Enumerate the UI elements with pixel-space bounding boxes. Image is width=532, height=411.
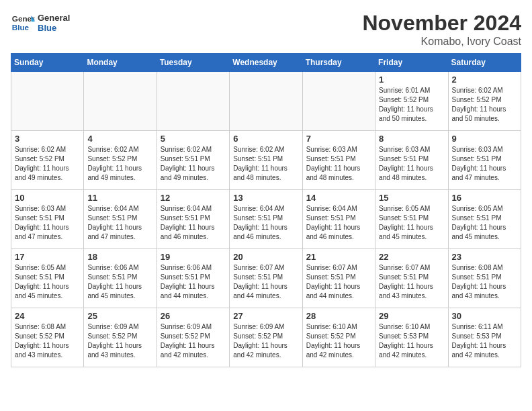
day-info: Sunrise: 6:10 AMSunset: 5:53 PMDaylight:… xyxy=(379,322,444,360)
day-number: 22 xyxy=(379,252,444,262)
day-info: Sunrise: 6:03 AMSunset: 5:51 PMDaylight:… xyxy=(379,145,444,183)
day-number: 8 xyxy=(379,134,444,144)
day-number: 13 xyxy=(233,193,298,203)
calendar-cell: 17Sunrise: 6:05 AMSunset: 5:51 PMDayligh… xyxy=(11,249,84,308)
logo-general: General xyxy=(38,13,70,23)
day-number: 5 xyxy=(161,134,226,144)
day-number: 29 xyxy=(379,311,444,321)
calendar-cell: 11Sunrise: 6:04 AMSunset: 5:51 PMDayligh… xyxy=(84,190,157,249)
day-number: 30 xyxy=(452,311,517,321)
day-number: 24 xyxy=(15,311,80,321)
calendar-cell: 16Sunrise: 6:05 AMSunset: 5:51 PMDayligh… xyxy=(448,190,521,249)
calendar-cell: 20Sunrise: 6:07 AMSunset: 5:51 PMDayligh… xyxy=(230,249,302,308)
logo: General Blue General Blue xyxy=(11,11,70,35)
day-number: 1 xyxy=(379,75,444,85)
day-number: 20 xyxy=(233,252,298,262)
day-info: Sunrise: 6:04 AMSunset: 5:51 PMDaylight:… xyxy=(161,204,226,242)
day-number: 16 xyxy=(452,193,517,203)
day-number: 18 xyxy=(87,252,152,262)
day-number: 10 xyxy=(15,193,80,203)
calendar-cell xyxy=(302,72,375,131)
day-number: 27 xyxy=(233,311,298,321)
day-number: 4 xyxy=(87,134,152,144)
day-info: Sunrise: 6:09 AMSunset: 5:52 PMDaylight:… xyxy=(161,322,226,360)
page-header: General Blue General Blue November 2024 … xyxy=(11,11,521,48)
day-info: Sunrise: 6:11 AMSunset: 5:53 PMDaylight:… xyxy=(452,322,517,360)
calendar-cell xyxy=(84,72,157,131)
day-info: Sunrise: 6:07 AMSunset: 5:51 PMDaylight:… xyxy=(306,263,371,301)
calendar-cell: 1Sunrise: 6:01 AMSunset: 5:52 PMDaylight… xyxy=(375,72,448,131)
weekday-header: Saturday xyxy=(448,54,521,72)
calendar-cell: 27Sunrise: 6:09 AMSunset: 5:52 PMDayligh… xyxy=(230,308,302,367)
calendar-week-row: 1Sunrise: 6:01 AMSunset: 5:52 PMDaylight… xyxy=(11,72,521,131)
day-number: 26 xyxy=(161,311,226,321)
calendar-cell: 29Sunrise: 6:10 AMSunset: 5:53 PMDayligh… xyxy=(375,308,448,367)
calendar-cell: 8Sunrise: 6:03 AMSunset: 5:51 PMDaylight… xyxy=(375,131,448,190)
calendar-cell: 26Sunrise: 6:09 AMSunset: 5:52 PMDayligh… xyxy=(157,308,229,367)
day-info: Sunrise: 6:09 AMSunset: 5:52 PMDaylight:… xyxy=(87,322,152,360)
day-number: 9 xyxy=(452,134,517,144)
calendar-cell: 4Sunrise: 6:02 AMSunset: 5:52 PMDaylight… xyxy=(84,131,157,190)
calendar-cell: 7Sunrise: 6:03 AMSunset: 5:51 PMDaylight… xyxy=(302,131,375,190)
day-number: 25 xyxy=(87,311,152,321)
calendar-week-row: 17Sunrise: 6:05 AMSunset: 5:51 PMDayligh… xyxy=(11,249,521,308)
calendar-cell: 25Sunrise: 6:09 AMSunset: 5:52 PMDayligh… xyxy=(84,308,157,367)
day-info: Sunrise: 6:07 AMSunset: 5:51 PMDaylight:… xyxy=(233,263,298,301)
weekday-header-row: SundayMondayTuesdayWednesdayThursdayFrid… xyxy=(11,54,521,72)
day-info: Sunrise: 6:08 AMSunset: 5:51 PMDaylight:… xyxy=(452,263,517,301)
day-info: Sunrise: 6:08 AMSunset: 5:52 PMDaylight:… xyxy=(15,322,80,360)
weekday-header: Wednesday xyxy=(230,54,302,72)
calendar-week-row: 10Sunrise: 6:03 AMSunset: 5:51 PMDayligh… xyxy=(11,190,521,249)
logo-blue: Blue xyxy=(38,23,70,33)
day-number: 23 xyxy=(452,252,517,262)
day-info: Sunrise: 6:02 AMSunset: 5:51 PMDaylight:… xyxy=(161,145,226,183)
day-info: Sunrise: 6:07 AMSunset: 5:51 PMDaylight:… xyxy=(379,263,444,301)
day-info: Sunrise: 6:09 AMSunset: 5:52 PMDaylight:… xyxy=(233,322,298,360)
day-info: Sunrise: 6:04 AMSunset: 5:51 PMDaylight:… xyxy=(233,204,298,242)
day-number: 15 xyxy=(379,193,444,203)
day-info: Sunrise: 6:10 AMSunset: 5:52 PMDaylight:… xyxy=(306,322,371,360)
day-number: 17 xyxy=(15,252,80,262)
calendar-cell: 28Sunrise: 6:10 AMSunset: 5:52 PMDayligh… xyxy=(302,308,375,367)
day-info: Sunrise: 6:03 AMSunset: 5:51 PMDaylight:… xyxy=(15,204,80,242)
calendar-table: SundayMondayTuesdayWednesdayThursdayFrid… xyxy=(11,53,521,367)
calendar-cell: 6Sunrise: 6:02 AMSunset: 5:51 PMDaylight… xyxy=(230,131,302,190)
day-number: 11 xyxy=(87,193,152,203)
day-info: Sunrise: 6:05 AMSunset: 5:51 PMDaylight:… xyxy=(379,204,444,242)
calendar-cell: 23Sunrise: 6:08 AMSunset: 5:51 PMDayligh… xyxy=(448,249,521,308)
calendar-cell: 24Sunrise: 6:08 AMSunset: 5:52 PMDayligh… xyxy=(11,308,84,367)
calendar-cell: 22Sunrise: 6:07 AMSunset: 5:51 PMDayligh… xyxy=(375,249,448,308)
calendar-cell: 3Sunrise: 6:02 AMSunset: 5:52 PMDaylight… xyxy=(11,131,84,190)
logo-icon: General Blue xyxy=(11,11,35,35)
calendar-cell: 30Sunrise: 6:11 AMSunset: 5:53 PMDayligh… xyxy=(448,308,521,367)
day-number: 19 xyxy=(161,252,226,262)
day-info: Sunrise: 6:06 AMSunset: 5:51 PMDaylight:… xyxy=(161,263,226,301)
calendar-week-row: 3Sunrise: 6:02 AMSunset: 5:52 PMDaylight… xyxy=(11,131,521,190)
day-info: Sunrise: 6:06 AMSunset: 5:51 PMDaylight:… xyxy=(87,263,152,301)
calendar-cell xyxy=(230,72,302,131)
calendar-cell: 15Sunrise: 6:05 AMSunset: 5:51 PMDayligh… xyxy=(375,190,448,249)
calendar-cell: 10Sunrise: 6:03 AMSunset: 5:51 PMDayligh… xyxy=(11,190,84,249)
day-info: Sunrise: 6:04 AMSunset: 5:51 PMDaylight:… xyxy=(306,204,371,242)
weekday-header: Monday xyxy=(84,54,157,72)
day-number: 7 xyxy=(306,134,371,144)
day-info: Sunrise: 6:01 AMSunset: 5:52 PMDaylight:… xyxy=(379,86,444,124)
weekday-header: Friday xyxy=(375,54,448,72)
weekday-header: Sunday xyxy=(11,54,84,72)
calendar-cell: 5Sunrise: 6:02 AMSunset: 5:51 PMDaylight… xyxy=(157,131,229,190)
day-number: 14 xyxy=(306,193,371,203)
calendar-cell: 19Sunrise: 6:06 AMSunset: 5:51 PMDayligh… xyxy=(157,249,229,308)
day-number: 2 xyxy=(452,75,517,85)
day-info: Sunrise: 6:02 AMSunset: 5:52 PMDaylight:… xyxy=(452,86,517,124)
calendar-cell: 18Sunrise: 6:06 AMSunset: 5:51 PMDayligh… xyxy=(84,249,157,308)
day-number: 6 xyxy=(233,134,298,144)
calendar-cell: 14Sunrise: 6:04 AMSunset: 5:51 PMDayligh… xyxy=(302,190,375,249)
calendar-cell xyxy=(11,72,84,131)
title-block: November 2024 Komabo, Ivory Coast xyxy=(362,11,521,48)
day-number: 12 xyxy=(161,193,226,203)
day-info: Sunrise: 6:04 AMSunset: 5:51 PMDaylight:… xyxy=(87,204,152,242)
day-info: Sunrise: 6:03 AMSunset: 5:51 PMDaylight:… xyxy=(452,145,517,183)
svg-text:Blue: Blue xyxy=(12,23,30,32)
day-info: Sunrise: 6:02 AMSunset: 5:52 PMDaylight:… xyxy=(15,145,80,183)
day-number: 3 xyxy=(15,134,80,144)
